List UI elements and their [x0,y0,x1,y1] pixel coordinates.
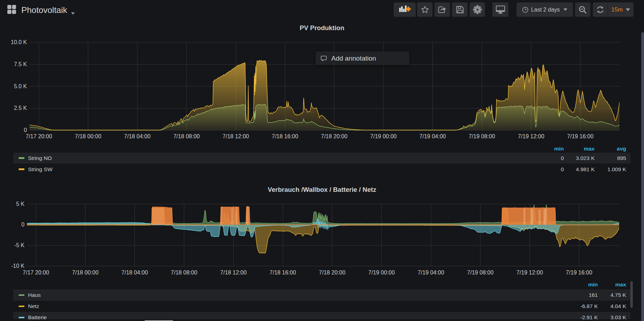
svg-text:7/17 20:00: 7/17 20:00 [26,133,52,139]
svg-text:7/18 08:00: 7/18 08:00 [173,133,200,139]
svg-text:7/17 20:00: 7/17 20:00 [23,270,49,275]
svg-text:7/19 16:00: 7/19 16:00 [566,270,593,275]
svg-text:7/18 12:00: 7/18 12:00 [220,270,247,275]
svg-text:7/19 04:00: 7/19 04:00 [418,270,444,275]
svg-text:7/18 20:00: 7/18 20:00 [321,133,347,139]
svg-text:-10 K: -10 K [11,263,25,269]
svg-text:10.0 K: 10.0 K [11,39,27,45]
svg-text:2.5 K: 2.5 K [14,105,27,111]
svg-text:7/18 04:00: 7/18 04:00 [124,133,151,139]
svg-text:7/18 12:00: 7/18 12:00 [222,133,249,139]
svg-text:7/18 16:00: 7/18 16:00 [272,133,298,139]
svg-text:7/18 08:00: 7/18 08:00 [171,270,198,275]
svg-text:7/19 12:00: 7/19 12:00 [518,133,545,139]
svg-text:7/18 00:00: 7/18 00:00 [72,270,99,275]
svg-text:5.0 K: 5.0 K [14,83,27,89]
svg-text:7/18 00:00: 7/18 00:00 [75,133,102,139]
svg-text:7/19 16:00: 7/19 16:00 [567,133,594,139]
svg-text:7/19 00:00: 7/19 00:00 [368,270,395,275]
svg-text:5 K: 5 K [16,201,25,207]
svg-text:-5 K: -5 K [14,242,25,248]
svg-text:7/18 16:00: 7/18 16:00 [270,270,296,275]
svg-text:7/19 12:00: 7/19 12:00 [517,270,543,275]
svg-text:0: 0 [21,222,25,228]
svg-text:7/18 20:00: 7/18 20:00 [319,270,346,275]
svg-text:7/19 04:00: 7/19 04:00 [420,133,446,139]
svg-text:7/19 08:00: 7/19 08:00 [469,133,495,139]
svg-text:7.5 K: 7.5 K [14,61,27,67]
svg-text:7/19 00:00: 7/19 00:00 [370,133,397,139]
svg-text:0: 0 [24,127,27,133]
svg-text:7/19 08:00: 7/19 08:00 [467,270,494,275]
svg-text:7/18 04:00: 7/18 04:00 [122,270,148,275]
